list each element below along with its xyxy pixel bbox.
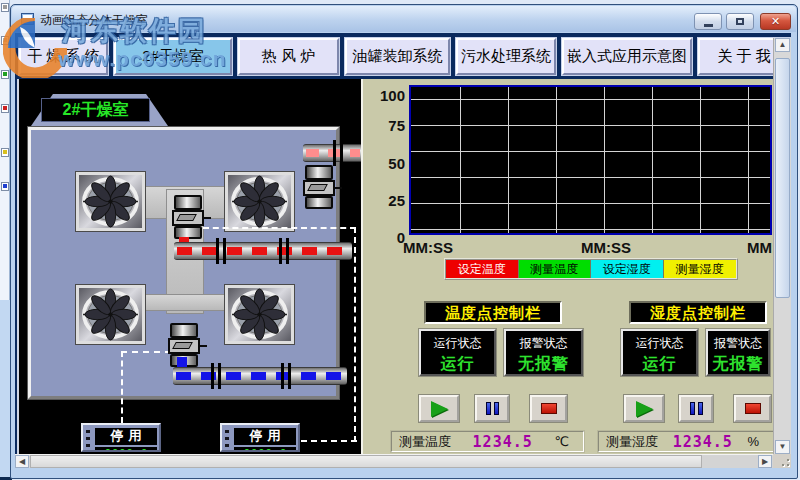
y-tick: 25 <box>373 192 405 209</box>
legend-set-humidity: 设定湿度 <box>591 260 664 278</box>
toolbar-tool-icon[interactable] <box>1 70 9 79</box>
pipe-flange <box>333 140 343 166</box>
temperature-panel-header: 温度点控制栏 <box>424 301 562 324</box>
tab-embedded-demo[interactable]: 嵌入式应用示意图 <box>562 38 692 75</box>
stop-icon <box>745 403 761 414</box>
minimize-button[interactable] <box>694 13 722 30</box>
chart-legend: 设定温度 测量温度 设定湿度 测量湿度 <box>444 258 738 280</box>
fan-top-left <box>76 172 145 231</box>
status-value: 无报警 <box>506 354 581 375</box>
horizontal-scrollbar[interactable]: ◀ ▶ <box>15 454 773 468</box>
humidity-measure-box: 测量湿度 1234.5 % <box>598 431 774 452</box>
temp-measure-box: 测量温度 1234.5 ℃ <box>391 431 584 452</box>
humidity-alarm-status-box: 报警状态 无报警 <box>706 329 770 376</box>
measure-unit: % <box>747 434 773 449</box>
panel-divider <box>361 79 373 454</box>
close-icon: ✕ <box>771 16 780 27</box>
pipe-flange <box>281 363 291 389</box>
status-label: 报警状态 <box>708 335 768 352</box>
tab-drying-room-2[interactable]: 2#干燥室 <box>114 38 232 75</box>
measure-unit: ℃ <box>554 434 583 449</box>
fan-top-right <box>225 172 294 231</box>
close-button[interactable]: ✕ <box>760 13 791 30</box>
status-label: 报警状态 <box>506 335 581 352</box>
vertical-scrollbar[interactable]: ▲ ▼ <box>773 38 791 454</box>
tab-oil-tank-system[interactable]: 油罐装卸系统 <box>345 38 450 75</box>
pipe-flange <box>279 238 289 264</box>
toolbar-tool-icon[interactable] <box>1 3 9 12</box>
tab-hot-air-furnace[interactable]: 热 风 炉 <box>238 38 339 75</box>
x-tick: MM:SS <box>581 239 631 256</box>
dotted-region-bottom-segment <box>301 440 357 442</box>
vertical-scroll-thumb[interactable] <box>775 58 790 298</box>
y-tick: 75 <box>373 117 405 134</box>
toolbar-tool-icon[interactable] <box>1 36 9 45</box>
humidity-pause-button[interactable] <box>679 395 713 422</box>
room-label: 2#干燥室 <box>41 98 150 122</box>
background-window-area <box>0 300 10 480</box>
y-tick: 50 <box>373 155 405 172</box>
temp-run-status-box: 运行状态 运行 <box>419 329 496 376</box>
stop-icon <box>541 403 557 414</box>
measure-value: 1234.5 <box>658 433 747 451</box>
legend-measured-temperature: 测量温度 <box>519 260 592 278</box>
minimize-icon <box>704 24 713 27</box>
device-reading: 0000.0 <box>234 447 296 452</box>
pipe-flange <box>211 363 221 389</box>
resize-grip[interactable] <box>773 454 791 468</box>
scroll-left-arrow[interactable]: ◀ <box>15 455 29 468</box>
measure-label: 测量湿度 <box>599 433 658 451</box>
temp-pause-button[interactable] <box>475 395 509 422</box>
scroll-up-arrow[interactable]: ▲ <box>775 38 790 52</box>
scroll-right-arrow[interactable]: ▶ <box>758 455 772 468</box>
toolbar-tool-icon[interactable] <box>1 148 9 157</box>
tab-drying-system[interactable]: 干 燥 系 统 <box>19 38 108 75</box>
measure-label: 测量温度 <box>392 433 451 451</box>
fan-bottom-left <box>76 285 145 344</box>
y-tick: 0 <box>373 229 405 246</box>
legend-measured-humidity: 测量湿度 <box>664 260 737 278</box>
temp-start-button[interactable] <box>419 395 459 422</box>
device-box-2[interactable]: 停用 0000.0 <box>220 423 300 452</box>
background-toolbar <box>0 0 10 480</box>
scroll-down-arrow[interactable]: ▼ <box>775 440 790 454</box>
app-window: 动画组态分体干燥室 ✕ 干 燥 系 统 2#干燥室 热 风 炉 油罐装卸系统 污… <box>10 4 798 479</box>
humidity-start-button[interactable] <box>624 395 664 422</box>
x-tick: MM:SS <box>747 239 774 256</box>
pause-icon <box>486 402 499 415</box>
pipe-flow-red <box>177 247 349 255</box>
play-icon <box>431 401 448 417</box>
humidity-stop-button[interactable] <box>734 395 771 422</box>
screen: 动画组态分体干燥室 ✕ 干 燥 系 统 2#干燥室 热 风 炉 油罐装卸系统 污… <box>0 0 800 480</box>
app-icon <box>21 13 34 25</box>
pipe-top-right <box>303 144 361 162</box>
x-tick: MM:SS <box>403 239 453 256</box>
device-status: 停用 <box>234 428 296 445</box>
pipe-flow-blue <box>176 372 344 380</box>
pipe-red-supply <box>174 242 352 260</box>
toolbar-tool-icon[interactable] <box>1 104 9 113</box>
maximize-button[interactable] <box>726 13 754 30</box>
humidity-run-status-box: 运行状态 运行 <box>621 329 698 376</box>
toolbar-tool-icon[interactable] <box>1 182 9 191</box>
valve-top-right <box>302 165 336 209</box>
dotted-region-lower-left <box>121 351 171 423</box>
pipe-flange <box>216 238 226 264</box>
measure-value: 1234.5 <box>451 433 554 451</box>
pause-icon <box>690 402 703 415</box>
legend-set-temperature: 设定温度 <box>446 260 519 278</box>
device-reading: 0000.0 <box>95 447 157 452</box>
horizontal-scroll-thumb[interactable] <box>30 455 702 468</box>
chart-gridlines <box>411 87 770 233</box>
title-bar[interactable]: 动画组态分体干燥室 ✕ <box>12 6 796 32</box>
trend-chart <box>409 85 772 235</box>
device-box-1[interactable]: 停用 0000.0 <box>81 423 161 452</box>
play-icon <box>636 401 653 417</box>
tab-sewage-system[interactable]: 污水处理系统 <box>456 38 556 75</box>
client-area: 干 燥 系 统 2#干燥室 热 风 炉 油罐装卸系统 污水处理系统 嵌入式应用示… <box>15 33 791 468</box>
device-status: 停用 <box>95 428 157 445</box>
temp-alarm-status-box: 报警状态 无报警 <box>504 329 583 376</box>
temp-stop-button[interactable] <box>530 395 567 422</box>
status-value: 运行 <box>421 354 494 375</box>
schematic-panel: 2#干燥室 <box>17 79 361 454</box>
